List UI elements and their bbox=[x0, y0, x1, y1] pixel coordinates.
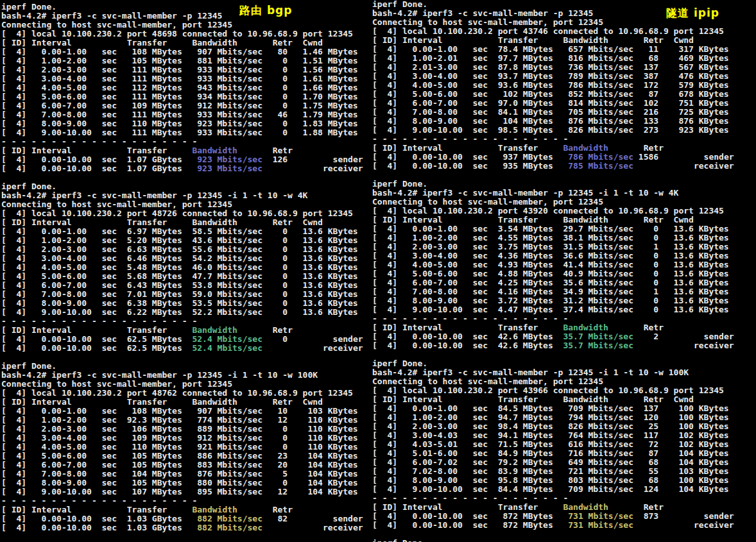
terminal-line: [ 4] 9.00-10.00 sec 98.5 MBytes 826 Mbit… bbox=[372, 126, 734, 135]
terminal-pane-right[interactable]: iperf Done.bash-4.2# iperf3 -c svc-mall-… bbox=[372, 0, 734, 542]
line-suffix: 1586 sender bbox=[633, 152, 734, 162]
terminal-screen: iperf Done.bash-4.2# iperf3 -c svc-mall-… bbox=[0, 0, 756, 542]
terminal-line: [ 4] 8.00-9.00 sec 104 MBytes 876 Mbits/… bbox=[372, 117, 734, 126]
line-suffix: receiver bbox=[633, 161, 734, 171]
terminal-line: [ 4] local 10.100.230.2 port 48762 conne… bbox=[1, 389, 363, 398]
terminal-line: [ 4] 4.00-5.00 sec 5.48 MBytes 46.0 Mbit… bbox=[1, 263, 363, 272]
terminal-line: [ 4] 5.00-6.00 sec 5.68 MBytes 47.7 Mbit… bbox=[1, 272, 363, 281]
bandwidth-highlight: Bandwidth bbox=[192, 325, 237, 335]
terminal-line: [ 4] 6.00-7.00 sec 6.43 MBytes 53.8 Mbit… bbox=[1, 281, 363, 290]
terminal-line bbox=[372, 530, 734, 539]
terminal-line: Connecting to host svc-mall-member, port… bbox=[372, 18, 734, 27]
bandwidth-highlight: 923 Mbits/sec bbox=[197, 164, 262, 173]
terminal-line: [ 4] 7.00-8.00 sec 7.01 MBytes 59.0 Mbit… bbox=[1, 290, 363, 299]
terminal-line: [ 4] 8.00-9.00 sec 110 MBytes 923 Mbits/… bbox=[1, 119, 363, 128]
terminal-line: bash-4.2# iperf3 -c svc-mall-member -p 1… bbox=[372, 368, 734, 377]
terminal-line: [ 4] 3.00-4.00 sec 4.36 MBytes 36.6 Mbit… bbox=[372, 251, 734, 260]
bandwidth-highlight: 52.4 Mbits/sec bbox=[192, 343, 262, 353]
bandwidth-highlight: Bandwidth bbox=[563, 502, 608, 512]
terminal-line: [ 4] 0.00-10.00 sec 1.03 GBytes 882 Mbit… bbox=[1, 514, 363, 523]
terminal-line: bash-4.2# iperf3 -c svc-mall-member -p 1… bbox=[372, 189, 734, 198]
line-prefix: [ ID] Interval Transfer bbox=[1, 325, 192, 335]
terminal-line: [ 4] 7.02-8.00 sec 83.9 MBytes 721 Mbits… bbox=[372, 467, 734, 476]
terminal-line: [ 4] 5.01-6.00 sec 84.9 MBytes 716 Mbits… bbox=[372, 449, 734, 458]
terminal-line: [ 4] 1.00-2.00 sec 5.20 MBytes 43.6 Mbit… bbox=[1, 236, 363, 245]
terminal-line: - - - - - - - - - - - - - - - - - - - - bbox=[1, 317, 363, 326]
terminal-line: [ 4] 0.00-1.00 sec 78.4 MBytes 657 Mbits… bbox=[372, 45, 734, 54]
terminal-line: [ 4] 7.00-8.00 sec 84.1 MBytes 705 Mbits… bbox=[372, 108, 734, 117]
terminal-line: [ 4] 7.00-8.00 sec 104 MBytes 876 Mbits/… bbox=[1, 470, 363, 478]
terminal-line: [ 4] 9.00-10.00 sec 107 MBytes 895 Mbits… bbox=[1, 487, 363, 496]
terminal-line: - - - - - - - - - - - - - - - - - - - - bbox=[372, 494, 734, 503]
terminal-line: - - - - - - - - - - - - - - - - - - - - bbox=[372, 135, 734, 144]
terminal-line: [ 4] 6.00-7.00 sec 109 MBytes 912 Mbits/… bbox=[1, 101, 363, 110]
line-suffix: receiver bbox=[262, 523, 363, 532]
terminal-pane-left[interactable]: iperf Done.bash-4.2# iperf3 -c svc-mall-… bbox=[1, 3, 363, 541]
terminal-line: [ 4] 8.00-9.00 sec 105 MBytes 880 Mbits/… bbox=[1, 478, 363, 487]
terminal-line: [ 4] 6.00-7.00 sec 105 MBytes 883 Mbits/… bbox=[1, 461, 363, 470]
bandwidth-highlight: 35.7 Mbits/sec bbox=[563, 341, 633, 350]
terminal-line: [ 4] 0.00-1.00 sec 6.97 MBytes 58.5 Mbit… bbox=[1, 227, 363, 236]
terminal-line: [ 4] 7.00-8.00 sec 4.16 MBytes 34.9 Mbit… bbox=[372, 287, 734, 296]
terminal-line: [ 4] 2.00-3.00 sec 111 MBytes 933 Mbits/… bbox=[1, 65, 363, 74]
terminal-line: [ 4] 0.00-10.00 sec 42.6 MBytes 35.7 Mbi… bbox=[372, 332, 734, 341]
terminal-line: [ 4] 9.00-10.00 sec 84.4 MBytes 709 Mbit… bbox=[372, 485, 734, 494]
terminal-line: [ 4] 4.03-5.01 sec 71.5 MBytes 616 Mbits… bbox=[372, 440, 734, 449]
terminal-line: [ 4] 0.00-10.00 sec 872 MBytes 731 Mbits… bbox=[372, 512, 734, 521]
terminal-line: [ 4] local 10.100.230.2 port 43966 conne… bbox=[372, 386, 734, 395]
bandwidth-highlight: 52.4 Mbits/sec bbox=[192, 334, 262, 344]
terminal-line: [ 4] 5.00-6.00 sec 111 MBytes 934 Mbits/… bbox=[1, 92, 363, 101]
terminal-line: [ 4] 0.00-1.00 sec 108 MBytes 907 Mbits/… bbox=[1, 47, 363, 56]
line-suffix: 82 sender bbox=[262, 514, 363, 523]
terminal-line: [ 4] 1.00-2.01 sec 97.7 MBytes 816 Mbits… bbox=[372, 54, 734, 63]
terminal-line: [ 4] 1.00-2.00 sec 4.55 MBytes 38.1 Mbit… bbox=[372, 233, 734, 242]
terminal-line: bash-4.2# iperf3 -c svc-mall-member -p 1… bbox=[1, 371, 363, 380]
terminal-line bbox=[1, 353, 363, 362]
terminal-line: [ 4] 6.00-7.00 sec 97.0 MBytes 814 Mbits… bbox=[372, 99, 734, 108]
line-prefix: [ 4] 0.00-10.00 sec 42.6 MBytes bbox=[372, 332, 563, 341]
line-prefix: [ ID] Interval Transfer bbox=[372, 143, 563, 153]
terminal-line: [ ID] Interval Transfer Bandwidth Retr C… bbox=[1, 38, 363, 47]
terminal-line: [ 4] 3.00-4.00 sec 93.7 MBytes 789 Mbits… bbox=[372, 72, 734, 81]
line-suffix: Retr bbox=[608, 323, 664, 332]
terminal-line: [ 4] 5.00-6.00 sec 102 MBytes 852 Mbits/… bbox=[372, 90, 734, 99]
terminal-line: [ 4] local 10.100.230.2 port 48698 conne… bbox=[1, 30, 363, 38]
bandwidth-highlight: Bandwidth bbox=[563, 323, 608, 332]
terminal-line: [ 4] 1.00-2.00 sec 92.3 MBytes 774 Mbits… bbox=[1, 416, 363, 425]
terminal-line: [ 4] 6.00-7.02 sec 79.2 MBytes 649 Mbits… bbox=[372, 458, 734, 467]
terminal-line: [ 4] 3.00-4.00 sec 111 MBytes 933 Mbits/… bbox=[1, 74, 363, 83]
terminal-line: [ 4] 0.00-1.00 sec 3.54 MBytes 29.7 Mbit… bbox=[372, 224, 734, 233]
line-prefix: [ ID] Interval Transfer bbox=[1, 146, 192, 155]
terminal-line: [ ID] Interval Transfer Bandwidth Retr bbox=[372, 144, 734, 153]
terminal-line: [ ID] Interval Transfer Bandwidth Retr bbox=[1, 146, 363, 155]
line-prefix: [ 4] 0.00-10.00 sec 1.07 GBytes bbox=[1, 164, 197, 173]
line-suffix: Retr bbox=[237, 146, 293, 155]
terminal-line: [ ID] Interval Transfer Bandwidth Retr bbox=[372, 323, 734, 332]
terminal-line: [ 4] 0.00-1.00 sec 108 MBytes 907 Mbits/… bbox=[1, 407, 363, 416]
terminal-line: [ 4] 8.00-9.00 sec 6.38 MBytes 53.5 Mbit… bbox=[1, 299, 363, 308]
terminal-line: iperf Done. bbox=[1, 3, 363, 12]
terminal-line: [ 4] 0.00-10.00 sec 1.07 GBytes 923 Mbit… bbox=[1, 164, 363, 173]
terminal-line: [ 4] 0.00-10.00 sec 1.07 GBytes 923 Mbit… bbox=[1, 155, 363, 164]
line-suffix: receiver bbox=[633, 520, 734, 530]
bandwidth-highlight: 731 Mbits/sec bbox=[568, 511, 633, 521]
line-prefix: [ 4] 0.00-10.00 sec 1.07 GBytes bbox=[1, 155, 197, 164]
terminal-line: iperf Done. bbox=[372, 180, 734, 189]
terminal-line: iperf Done. bbox=[372, 359, 734, 368]
terminal-line: bash-4.2# iperf3 -c svc-mall-member -p 1… bbox=[1, 191, 363, 200]
terminal-line: [ 4] 1.00-2.00 sec 105 MBytes 881 Mbits/… bbox=[1, 56, 363, 65]
terminal-line: iperf Done. bbox=[372, 539, 734, 542]
terminal-line: Connecting to host svc-mall-member, port… bbox=[1, 380, 363, 389]
terminal-line: [ 4] 6.00-7.00 sec 4.25 MBytes 35.6 Mbit… bbox=[372, 278, 734, 287]
line-prefix: [ 4] 0.00-10.00 sec 935 MBytes bbox=[372, 161, 568, 171]
bandwidth-highlight: 731 Mbits/sec bbox=[568, 520, 633, 530]
terminal-line: - - - - - - - - - - - - - - - - - - - - bbox=[372, 314, 734, 323]
line-prefix: [ 4] 0.00-10.00 sec 62.5 MBytes bbox=[1, 343, 192, 353]
line-prefix: [ ID] Interval Transfer bbox=[1, 505, 192, 514]
terminal-line: Connecting to host svc-mall-member, port… bbox=[372, 198, 734, 207]
line-prefix: [ 4] 0.00-10.00 sec 872 MBytes bbox=[372, 520, 568, 530]
terminal-line: [ ID] Interval Transfer Bandwidth Retr C… bbox=[1, 398, 363, 407]
annotation-route-bgp: 路由 bgp bbox=[239, 6, 292, 15]
terminal-line: [ 4] 0.00-10.00 sec 42.6 MBytes 35.7 Mbi… bbox=[372, 341, 734, 350]
terminal-line: [ 4] 4.00-5.00 sec 4.93 MBytes 41.4 Mbit… bbox=[372, 260, 734, 269]
